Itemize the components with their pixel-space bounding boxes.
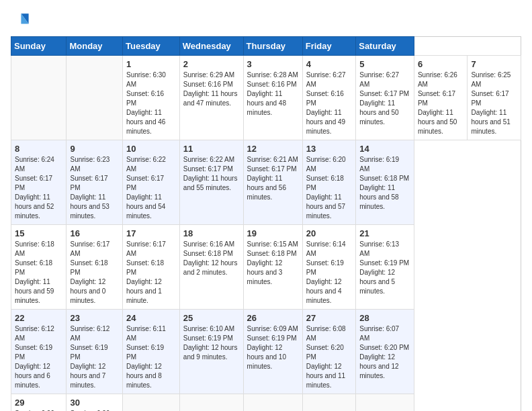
- day-number: 1: [126, 59, 176, 69]
- day-info: Sunrise: 6:12 AMSunset: 6:19 PMDaylight:…: [15, 324, 62, 390]
- calendar-cell: [11, 56, 66, 140]
- calendar-cell: [179, 394, 243, 412]
- day-info: Sunrise: 6:10 AMSunset: 6:19 PMDaylight:…: [183, 324, 240, 362]
- calendar-cell: 24Sunrise: 6:11 AMSunset: 6:19 PMDayligh…: [123, 310, 180, 394]
- calendar-cell: 10Sunrise: 6:22 AMSunset: 6:17 PMDayligh…: [123, 140, 180, 225]
- day-info: Sunrise: 6:08 AMSunset: 6:20 PMDaylight:…: [306, 324, 353, 390]
- calendar-cell: 18Sunrise: 6:16 AMSunset: 6:18 PMDayligh…: [179, 225, 243, 310]
- calendar-day-header: Monday: [66, 37, 123, 56]
- day-number: 8: [15, 144, 62, 154]
- calendar-day-header: Friday: [302, 37, 356, 56]
- calendar-day-header: Wednesday: [179, 37, 243, 56]
- day-number: 19: [247, 228, 299, 238]
- day-info: Sunrise: 6:12 AMSunset: 6:19 PMDaylight:…: [70, 324, 119, 390]
- day-number: 12: [247, 144, 299, 154]
- calendar-cell: 11Sunrise: 6:22 AMSunset: 6:17 PMDayligh…: [179, 140, 243, 225]
- day-info: Sunrise: 6:27 AMSunset: 6:16 PMDaylight:…: [306, 71, 353, 136]
- calendar-cell: [66, 56, 123, 140]
- calendar-day-header: Thursday: [243, 37, 302, 56]
- day-number: 16: [70, 228, 119, 238]
- day-number: 20: [306, 228, 353, 238]
- calendar-cell: 28Sunrise: 6:07 AMSunset: 6:20 PMDayligh…: [356, 310, 414, 394]
- calendar-table: SundayMondayTuesdayWednesdayThursdayFrid…: [11, 36, 521, 411]
- day-number: 25: [183, 313, 240, 323]
- day-info: Sunrise: 6:20 AMSunset: 6:18 PMDaylight:…: [306, 155, 353, 221]
- calendar-cell: 25Sunrise: 6:10 AMSunset: 6:19 PMDayligh…: [179, 310, 243, 394]
- calendar-cell: 8Sunrise: 6:24 AMSunset: 6:17 PMDaylight…: [11, 140, 66, 225]
- day-number: 4: [306, 59, 353, 69]
- day-number: 9: [70, 144, 119, 154]
- day-info: Sunrise: 6:22 AMSunset: 6:17 PMDaylight:…: [183, 155, 240, 193]
- calendar-week-row: 1Sunrise: 6:30 AMSunset: 6:16 PMDaylight…: [11, 56, 521, 140]
- calendar-header-row: SundayMondayTuesdayWednesdayThursdayFrid…: [11, 37, 521, 56]
- day-number: 13: [306, 144, 353, 154]
- calendar-cell: 3Sunrise: 6:28 AMSunset: 6:16 PMDaylight…: [243, 56, 302, 140]
- day-info: Sunrise: 6:16 AMSunset: 6:18 PMDaylight:…: [183, 240, 240, 277]
- calendar-cell: 7Sunrise: 6:25 AMSunset: 6:17 PMDaylight…: [468, 56, 521, 140]
- day-info: Sunrise: 6:29 AMSunset: 6:16 PMDaylight:…: [183, 71, 240, 108]
- calendar-week-row: 22Sunrise: 6:12 AMSunset: 6:19 PMDayligh…: [11, 310, 521, 394]
- day-info: Sunrise: 6:18 AMSunset: 6:18 PMDaylight:…: [15, 240, 62, 306]
- day-info: Sunrise: 6:19 AMSunset: 6:18 PMDaylight:…: [359, 155, 410, 212]
- day-number: 11: [183, 144, 240, 154]
- day-number: 23: [70, 313, 119, 323]
- day-number: 17: [126, 228, 176, 238]
- calendar-cell: 21Sunrise: 6:13 AMSunset: 6:19 PMDayligh…: [356, 225, 414, 310]
- calendar-cell: 20Sunrise: 6:14 AMSunset: 6:19 PMDayligh…: [302, 225, 356, 310]
- day-number: 29: [15, 398, 62, 408]
- calendar-cell: [356, 394, 414, 412]
- day-info: Sunrise: 6:09 AMSunset: 6:19 PMDaylight:…: [247, 324, 299, 371]
- calendar-week-row: 15Sunrise: 6:18 AMSunset: 6:18 PMDayligh…: [11, 225, 521, 310]
- day-info: Sunrise: 6:23 AMSunset: 6:17 PMDaylight:…: [70, 155, 119, 221]
- calendar-cell: 17Sunrise: 6:17 AMSunset: 6:18 PMDayligh…: [123, 225, 180, 310]
- day-number: 27: [306, 313, 353, 323]
- calendar-cell: 16Sunrise: 6:17 AMSunset: 6:18 PMDayligh…: [66, 225, 123, 310]
- calendar-week-row: 29Sunrise: 6:06 AMSunset: 6:20 PMDayligh…: [11, 394, 521, 412]
- day-number: 6: [418, 59, 464, 69]
- calendar-cell: 13Sunrise: 6:20 AMSunset: 6:18 PMDayligh…: [302, 140, 356, 225]
- calendar-week-row: 8Sunrise: 6:24 AMSunset: 6:17 PMDaylight…: [11, 140, 521, 225]
- calendar-cell: 2Sunrise: 6:29 AMSunset: 6:16 PMDaylight…: [179, 56, 243, 140]
- calendar-cell: 6Sunrise: 6:26 AMSunset: 6:17 PMDaylight…: [414, 56, 468, 140]
- day-number: 7: [471, 59, 517, 69]
- day-info: Sunrise: 6:15 AMSunset: 6:18 PMDaylight:…: [247, 240, 299, 287]
- calendar-cell: 27Sunrise: 6:08 AMSunset: 6:20 PMDayligh…: [302, 310, 356, 394]
- calendar-day-header: Sunday: [11, 37, 66, 56]
- calendar-cell: [123, 394, 180, 412]
- calendar-cell: 26Sunrise: 6:09 AMSunset: 6:19 PMDayligh…: [243, 310, 302, 394]
- day-info: Sunrise: 6:13 AMSunset: 6:19 PMDaylight:…: [359, 240, 410, 296]
- calendar-cell: 14Sunrise: 6:19 AMSunset: 6:18 PMDayligh…: [356, 140, 414, 225]
- day-info: Sunrise: 6:22 AMSunset: 6:17 PMDaylight:…: [126, 155, 176, 221]
- day-info: Sunrise: 6:17 AMSunset: 6:18 PMDaylight:…: [126, 240, 176, 306]
- calendar-day-header: Saturday: [356, 37, 414, 56]
- calendar-cell: 5Sunrise: 6:27 AMSunset: 6:17 PMDaylight…: [356, 56, 414, 140]
- calendar-cell: 29Sunrise: 6:06 AMSunset: 6:20 PMDayligh…: [11, 394, 66, 412]
- day-number: 18: [183, 228, 240, 238]
- calendar-cell: 19Sunrise: 6:15 AMSunset: 6:18 PMDayligh…: [243, 225, 302, 310]
- calendar-cell: 1Sunrise: 6:30 AMSunset: 6:16 PMDaylight…: [123, 56, 180, 140]
- day-info: Sunrise: 6:07 AMSunset: 6:20 PMDaylight:…: [359, 324, 410, 381]
- logo: [11, 11, 32, 30]
- day-number: 2: [183, 59, 240, 69]
- day-number: 22: [15, 313, 62, 323]
- day-info: Sunrise: 6:28 AMSunset: 6:16 PMDaylight:…: [247, 71, 299, 118]
- day-number: 15: [15, 228, 62, 238]
- calendar-cell: 30Sunrise: 6:06 AMSunset: 6:20 PMDayligh…: [66, 394, 123, 412]
- day-number: 3: [247, 59, 299, 69]
- day-info: Sunrise: 6:27 AMSunset: 6:17 PMDaylight:…: [359, 71, 410, 127]
- day-info: Sunrise: 6:30 AMSunset: 6:16 PMDaylight:…: [126, 71, 176, 136]
- day-info: Sunrise: 6:25 AMSunset: 6:17 PMDaylight:…: [471, 71, 517, 136]
- calendar-cell: 9Sunrise: 6:23 AMSunset: 6:17 PMDaylight…: [66, 140, 123, 225]
- calendar-day-header: Tuesday: [123, 37, 180, 56]
- calendar-cell: 4Sunrise: 6:27 AMSunset: 6:16 PMDaylight…: [302, 56, 356, 140]
- day-info: Sunrise: 6:11 AMSunset: 6:19 PMDaylight:…: [126, 324, 176, 390]
- calendar-cell: [243, 394, 302, 412]
- day-number: 30: [70, 398, 119, 408]
- day-number: 10: [126, 144, 176, 154]
- day-number: 14: [359, 144, 410, 154]
- calendar-cell: [302, 394, 356, 412]
- calendar-cell: 23Sunrise: 6:12 AMSunset: 6:19 PMDayligh…: [66, 310, 123, 394]
- calendar-cell: 22Sunrise: 6:12 AMSunset: 6:19 PMDayligh…: [11, 310, 66, 394]
- calendar-cell: 12Sunrise: 6:21 AMSunset: 6:17 PMDayligh…: [243, 140, 302, 225]
- day-info: Sunrise: 6:14 AMSunset: 6:19 PMDaylight:…: [306, 240, 353, 306]
